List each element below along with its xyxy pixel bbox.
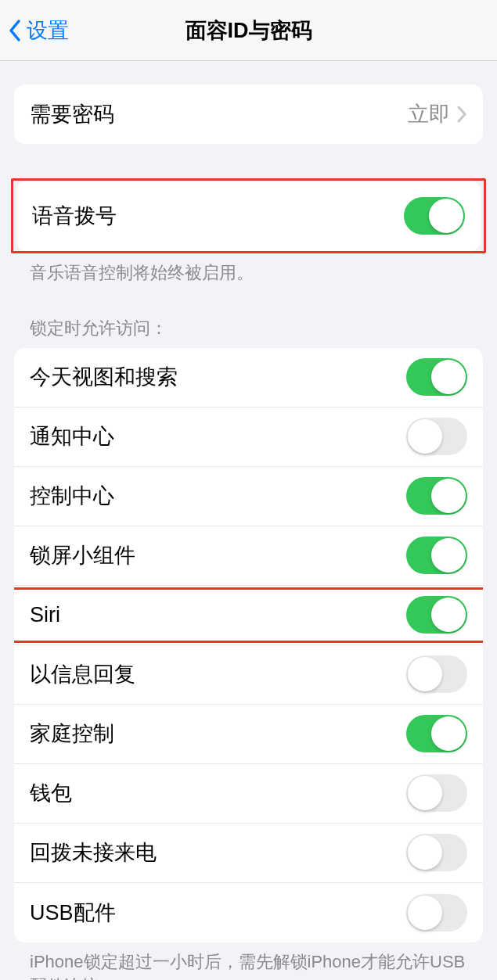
toggle-knob: [431, 479, 466, 513]
lock-row-label: 钱包: [30, 779, 72, 807]
lock-row-toggle[interactable]: [406, 537, 467, 574]
toggle-knob: [408, 419, 442, 454]
lock-row-3: 锁屏小组件: [14, 526, 483, 586]
lock-row-7: 钱包: [14, 764, 483, 824]
lock-row-toggle[interactable]: [406, 596, 467, 634]
lock-row-toggle[interactable]: [406, 477, 467, 515]
header: 设置 面容ID与密码: [0, 0, 497, 61]
toggle-knob: [408, 657, 442, 691]
toggle-knob: [431, 538, 466, 573]
lock-row-2: 控制中心: [14, 467, 483, 526]
voice-dial-footer: 音乐语音控制将始终被启用。: [14, 253, 483, 285]
lock-row-5: 以信息回复: [14, 645, 483, 705]
lock-row-label: 回拨未接来电: [30, 838, 157, 867]
toggle-knob: [408, 776, 442, 810]
lock-row-toggle[interactable]: [406, 418, 467, 455]
toggle-knob: [431, 360, 466, 394]
voice-dial-highlight: 语音拨号: [11, 178, 486, 253]
lock-row-label: 控制中心: [30, 482, 114, 510]
require-passcode-value-text: 立即: [408, 100, 450, 128]
require-passcode-card: 需要密码 立即: [14, 84, 483, 144]
lock-row-label: 锁屏小组件: [30, 541, 135, 569]
lock-row-label: 以信息回复: [30, 660, 135, 688]
lock-row-6: 家庭控制: [14, 705, 483, 764]
lock-row-toggle[interactable]: [406, 834, 467, 871]
chevron-right-icon: [456, 106, 467, 123]
toggle-knob: [408, 896, 442, 930]
lock-row-label: Siri: [30, 603, 60, 627]
lock-row-label: 通知中心: [30, 422, 114, 451]
lock-row-9: USB配件: [14, 883, 483, 942]
require-passcode-label: 需要密码: [30, 100, 114, 128]
toggle-knob: [431, 598, 466, 632]
lock-row-toggle[interactable]: [406, 894, 467, 932]
page-title: 面容ID与密码: [0, 16, 497, 45]
lock-row-4: Siri: [14, 586, 483, 645]
lock-row-8: 回拨未接来电: [14, 824, 483, 883]
chevron-left-icon: [6, 17, 23, 44]
back-label: 设置: [27, 16, 69, 45]
lock-row-label: 今天视图和搜索: [30, 363, 178, 391]
voice-dial-toggle[interactable]: [404, 197, 465, 235]
lock-row-toggle[interactable]: [406, 774, 467, 812]
lock-row-label: 家庭控制: [30, 720, 114, 748]
lock-row-toggle[interactable]: [406, 655, 467, 693]
lock-row-0: 今天视图和搜索: [14, 348, 483, 407]
lock-row-toggle[interactable]: [406, 715, 467, 752]
require-passcode-row[interactable]: 需要密码 立即: [14, 84, 483, 144]
back-button[interactable]: 设置: [6, 16, 69, 45]
voice-dial-row: 语音拨号: [16, 181, 481, 251]
voice-dial-card: 语音拨号: [16, 181, 481, 251]
lock-row-toggle[interactable]: [406, 358, 467, 396]
lock-row-label: USB配件: [30, 899, 116, 927]
lock-access-card: 今天视图和搜索通知中心控制中心锁屏小组件Siri以信息回复家庭控制钱包回拨未接来…: [14, 348, 483, 942]
lock-section-header: 锁定时允许访问：: [14, 285, 483, 348]
lock-section-footer: iPhone锁定超过一小时后，需先解锁iPhone才能允许USB配件连接。: [14, 942, 483, 980]
lock-row-1: 通知中心: [14, 407, 483, 467]
require-passcode-value: 立即: [408, 100, 467, 128]
toggle-knob: [408, 835, 442, 870]
toggle-knob: [429, 199, 463, 233]
voice-dial-label: 语音拨号: [32, 202, 117, 230]
toggle-knob: [431, 716, 466, 751]
